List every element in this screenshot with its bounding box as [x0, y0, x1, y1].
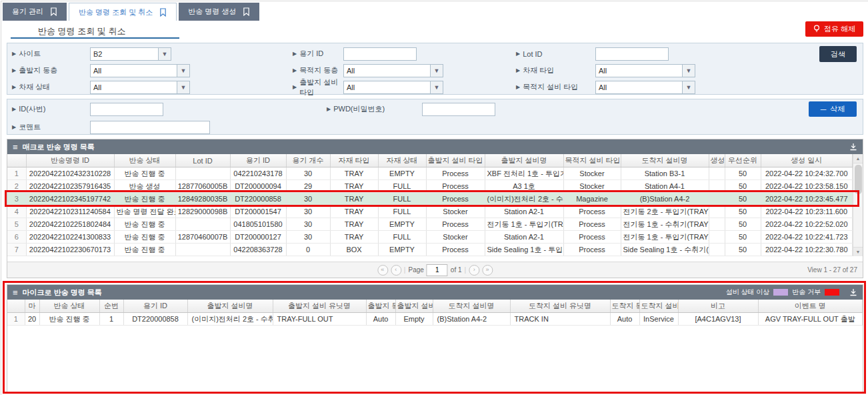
chevron-down-icon[interactable]: ▼ — [682, 81, 695, 93]
column-header[interactable]: 출발지 설비명 — [187, 300, 273, 313]
cell: Process — [426, 244, 485, 256]
tab-transport-create[interactable]: 반송 명령 생성 — [179, 3, 259, 21]
column-header[interactable]: 우선순위 — [725, 154, 761, 167]
cell: DT220000858 — [123, 313, 187, 326]
column-header[interactable] — [7, 154, 26, 167]
first-page-button[interactable]: « — [377, 265, 388, 276]
column-header[interactable]: 자재 타입 — [330, 154, 378, 167]
column-header[interactable]: 출발지 설비 타입 — [426, 154, 485, 167]
tab-bar: 용기 관리 반송 명령 조회 및 취소 반송 명령 생성 — [3, 3, 259, 21]
column-header[interactable]: 출발지 설비 유닛명 — [273, 300, 366, 313]
dropdown-select[interactable]: All▼ — [343, 81, 443, 94]
column-header[interactable]: 용기 ID — [230, 154, 286, 167]
filter-input[interactable] — [343, 47, 417, 61]
bookmark-icon[interactable] — [243, 7, 250, 16]
cell: 2022-04-22 10:22:52.020 — [761, 218, 853, 231]
column-header[interactable]: 도착지 설비 — [639, 300, 678, 313]
chevron-down-icon[interactable]: ▼ — [177, 81, 189, 93]
column-header[interactable]: 출발지 설비명 — [485, 154, 563, 167]
column-header[interactable]: 반송 상태 — [114, 154, 175, 167]
dropdown-select[interactable]: All▼ — [595, 81, 695, 94]
column-header[interactable]: 이벤트 명 — [758, 300, 863, 313]
chevron-down-icon[interactable]: ▼ — [682, 65, 695, 77]
table-row[interactable]: 620220422102241300833반송 진행 중12870460007B… — [7, 231, 853, 244]
filter-input[interactable] — [595, 47, 669, 61]
filter-label: ▶Lot ID — [511, 50, 595, 58]
column-header[interactable]: 도착지 설비 유닛명 — [510, 300, 610, 313]
download-icon[interactable] — [849, 143, 857, 151]
column-header[interactable]: 반송명령 ID — [26, 154, 114, 167]
label-arrow-icon: ▶ — [516, 51, 520, 57]
column-header[interactable]: 출발지 동 — [366, 300, 395, 313]
column-header[interactable]: 도착지 설비명 — [621, 154, 709, 167]
cell: 2022-04-22 10:23:58.150 — [761, 180, 853, 193]
chevron-down-icon[interactable]: ▼ — [430, 81, 443, 93]
page-input[interactable] — [427, 264, 448, 276]
search-button[interactable]: 검색 — [819, 46, 857, 62]
last-page-button[interactable]: » — [482, 265, 493, 276]
column-header[interactable] — [7, 300, 25, 313]
bookmark-icon[interactable] — [159, 8, 167, 17]
menu-icon[interactable]: ≡ — [13, 142, 18, 152]
chevron-down-icon[interactable]: ▼ — [430, 65, 443, 77]
tab-container-manage[interactable]: 용기 관리 — [3, 3, 67, 21]
cell: 12870460007B — [175, 231, 230, 244]
column-header[interactable]: 도착지 동 — [610, 300, 639, 313]
id-input[interactable] — [90, 103, 163, 116]
prev-page-button[interactable]: ‹ — [391, 265, 401, 276]
tab-transport-query-cancel[interactable]: 반송 명령 조회 및 취소 — [69, 3, 177, 21]
column-header[interactable]: 마 — [25, 300, 39, 313]
cell: 12877060005B — [175, 180, 230, 193]
dropdown-select[interactable]: All▼ — [90, 81, 190, 94]
vertical-scrollbar[interactable]: ▲ ▼ — [853, 154, 863, 256]
scrollbar-thumb[interactable] — [855, 165, 862, 194]
release-occupancy-button[interactable]: 점유 해제 — [805, 21, 863, 37]
delete-button[interactable]: ─ 삭제 — [809, 101, 857, 117]
column-header[interactable]: 생성 — [709, 154, 725, 167]
table-row[interactable]: 320220422102345197742반송 진행 중12849280035B… — [7, 193, 853, 206]
label-arrow-icon: ▶ — [293, 67, 297, 73]
menu-icon[interactable]: ≡ — [13, 288, 18, 298]
column-header[interactable]: 목적지 설비 타입 — [563, 154, 621, 167]
dropdown-select[interactable]: All▼ — [90, 64, 190, 77]
column-header[interactable]: 출발지 설비 — [395, 300, 433, 313]
comment-input[interactable] — [90, 121, 210, 134]
cell: 041805101580 — [230, 218, 286, 231]
table-row[interactable]: 720220422102230670173반송 진행 중042208363728… — [7, 244, 853, 256]
column-header[interactable]: 순번 — [99, 300, 123, 313]
table-row[interactable]: 120반송 진행 중1DT220000858(이미지)전처리 2호 - 수취TR… — [7, 313, 863, 326]
pwd-input[interactable] — [422, 103, 495, 116]
column-header[interactable]: 생성 일시 — [761, 154, 853, 167]
row-number-cell: 7 — [7, 244, 26, 256]
cell: FULL — [378, 180, 426, 193]
column-header[interactable]: 용기 ID — [123, 300, 187, 313]
column-header[interactable]: 도착지 설비명 — [433, 300, 510, 313]
next-page-button[interactable]: › — [469, 265, 479, 276]
macro-section-header: ≡ 매크로 반송 명령 목록 — [7, 139, 863, 154]
row-number-cell: 1 — [7, 167, 26, 180]
column-header[interactable]: 반송 상태 — [39, 300, 99, 313]
table-row[interactable]: 220220422102357916435반송 생성12877060005BDT… — [7, 180, 853, 193]
chevron-down-icon[interactable]: ▼ — [177, 65, 189, 77]
table-row[interactable]: 420220422102311240584반송 명령 전달 완료12829000… — [7, 206, 853, 218]
id-field-group: ▶ID(사번) — [7, 103, 322, 116]
cell: 20220422102241300833 — [26, 231, 114, 244]
column-header[interactable]: Lot ID — [175, 154, 230, 167]
dropdown-select[interactable]: B2▼ — [90, 47, 171, 61]
chevron-down-icon[interactable]: ▼ — [158, 48, 171, 60]
scroll-up-icon[interactable]: ▲ — [853, 154, 863, 163]
table-row[interactable]: 120220422102432310228반송 진행 중042210243178… — [7, 167, 853, 180]
cell — [709, 244, 725, 256]
dropdown-select[interactable]: All▼ — [343, 64, 443, 77]
column-header[interactable]: 자재 상태 — [378, 154, 426, 167]
column-header[interactable]: 용기 개수 — [286, 154, 330, 167]
bookmark-icon[interactable] — [50, 7, 57, 16]
table-row[interactable]: 520220422102251802484반송 진행 중041805101580… — [7, 218, 853, 231]
download-icon[interactable] — [849, 288, 857, 296]
pwd-label: ▶PWD(비밀번호) — [322, 104, 422, 114]
scroll-down-icon[interactable]: ▼ — [853, 247, 863, 256]
column-header[interactable]: 비고 — [678, 300, 758, 313]
cell: 2022-04-22 10:22:41.723 — [761, 231, 853, 244]
dropdown-select[interactable]: All▼ — [595, 64, 695, 77]
filter-field: ▶목적지 설비 타입All▼ — [511, 79, 863, 95]
